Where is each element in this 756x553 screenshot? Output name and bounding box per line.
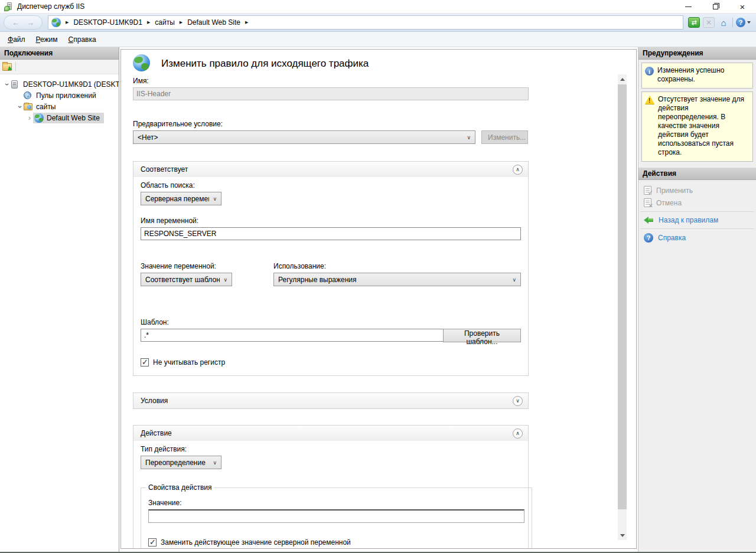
variable-name-input[interactable] [141,227,521,240]
help-icon: ? [644,233,653,243]
close-button[interactable]: × [729,0,756,13]
help-link[interactable]: ? Справка [638,231,756,244]
minimize-button[interactable] [674,0,702,13]
menu-file[interactable]: Файл [2,33,31,46]
cancel-icon [644,198,651,207]
scope-select[interactable]: Серверная переменн [141,192,221,205]
selected-tree-item[interactable]: Default Web Site [33,113,104,123]
actions-header: Действия [638,168,756,180]
site-globe-icon [34,113,44,123]
expand-icon[interactable] [26,114,33,122]
alert-warning: Отсутствует значение для действия переоп… [641,91,753,162]
scrollbar-thumb[interactable] [618,84,627,509]
scope-value: Серверная переменн [145,195,209,203]
variable-name-label: Имя переменной: [141,217,521,225]
back-to-rules-link[interactable]: Назад к правилам [638,214,756,226]
precondition-select[interactable]: <Нет> [133,130,475,144]
chevron-down-icon [213,196,217,202]
collapse-icon[interactable] [4,80,11,89]
breadcrumb-arrow-icon[interactable] [245,20,248,25]
tree-item-default-web-site[interactable]: Default Web Site [0,112,119,123]
action-section-header[interactable]: Действие [133,426,528,441]
help-menu-button[interactable]: ? [736,18,751,27]
server-icon [11,80,18,89]
actions-divider [640,228,754,229]
ignore-case-label: Не учитывать регистр [153,358,225,367]
scroll-up-icon[interactable] [618,74,627,84]
replace-value-row: Заменить действующее значение серверной … [148,538,524,547]
breadcrumb-current-site[interactable]: Default Web Site [187,18,240,27]
tree-item-label[interactable]: Пулы приложений [36,91,98,100]
edit-outbound-rule-page: Изменить правило для исходящего трафика … [120,49,637,549]
restore-button[interactable] [702,0,729,13]
connections-header: Подключения [0,47,119,60]
menu-bar: Файл Режим Справка [0,32,756,47]
variable-value-select[interactable]: Соответствует шаблону [141,273,232,286]
cancel-button: Отмена [638,197,756,209]
variable-value-label: Значение переменной: [141,262,273,270]
iis-app-icon [4,2,14,11]
site-globe-icon [51,18,61,27]
chevron-down-icon [512,277,516,283]
replace-value-checkbox[interactable] [148,538,157,547]
conditions-section-header[interactable]: Условия [133,393,528,408]
scope-label: Область поиска: [141,181,521,189]
using-value: Регулярные выражения [278,276,357,284]
back-nav-icon[interactable]: ← [12,18,19,27]
vertical-scrollbar[interactable] [618,74,627,540]
iis-manager-window: Диспетчер служб IIS × ← → DESKTOP-U1MK9D… [0,0,756,553]
collapse-icon[interactable] [17,103,24,111]
tree-item-label[interactable]: Default Web Site [47,114,102,122]
ignore-case-checkbox[interactable] [141,358,149,367]
help-label[interactable]: Справка [658,234,686,242]
chevron-down-icon [223,277,227,283]
tree-item-sites[interactable]: сайты [0,101,119,112]
connections-toolbar [0,60,119,74]
breadcrumb-arrow-icon[interactable] [147,20,150,25]
replace-value-label: Заменить действующее значение серверной … [161,538,351,547]
breadcrumb[interactable]: DESKTOP-U1MK9D1 сайты Default Web Site [48,15,683,30]
match-section: Соответствует Область поиска: Серверная … [133,161,529,376]
warning-icon [645,96,654,104]
menu-view[interactable]: Режим [31,33,63,46]
menu-help[interactable]: Справка [63,33,102,46]
action-value-input[interactable] [148,509,524,523]
forward-nav-icon[interactable]: → [27,18,34,27]
add-connection-icon[interactable] [2,63,12,71]
using-select[interactable]: Регулярные выражения [273,273,521,286]
action-type-select[interactable]: Переопределение [141,456,221,469]
actions-list: Применить Отмена Назад к правилам ? Спра… [638,180,756,244]
precondition-label: Предварительное условие: [133,120,529,128]
back-to-rules-label[interactable]: Назад к правилам [659,216,718,224]
tree-item-label[interactable]: сайты [36,103,58,111]
test-pattern-button[interactable]: Проверить шаблон... [443,329,521,342]
collapse-icon[interactable] [513,428,523,439]
address-bar: ← → DESKTOP-U1MK9D1 сайты Default Web Si… [0,13,756,32]
variable-value-value: Соответствует шаблону [145,276,220,284]
using-label: Использование: [273,262,521,270]
breadcrumb-sites[interactable]: сайты [155,18,175,27]
breadcrumb-server[interactable]: DESKTOP-U1MK9D1 [73,18,142,27]
breadcrumb-arrow-icon[interactable] [180,20,183,25]
right-panel: Предупреждения Изменения успешно сохране… [638,47,756,552]
scroll-down-icon[interactable] [618,531,627,540]
breadcrumb-arrow-icon[interactable] [66,20,69,25]
tree-item-label[interactable]: DESKTOP-U1MK9D1 (DESKTOI [23,80,119,89]
sites-folder-icon [24,103,32,110]
name-input [133,87,529,100]
match-section-title: Соответствует [141,165,188,174]
collapse-icon[interactable] [513,165,523,175]
alert-text: Отсутствует значение для действия переоп… [658,95,750,157]
window-controls: × [674,0,756,13]
match-section-header[interactable]: Соответствует [133,162,528,177]
help-icon: ? [736,18,745,27]
refresh-icon[interactable] [688,17,700,28]
tree-item-server[interactable]: DESKTOP-U1MK9D1 (DESKTOI [0,78,119,90]
content-wrap: Изменить правило для исходящего трафика … [119,47,638,552]
tree-item-app-pools[interactable]: Пулы приложений [0,90,119,101]
action-type-label: Тип действия: [141,445,521,453]
home-icon[interactable] [718,17,729,28]
page-title: Изменить правило для исходящего трафика [161,58,369,70]
pattern-input[interactable] [141,329,443,342]
expand-icon[interactable] [513,396,523,406]
